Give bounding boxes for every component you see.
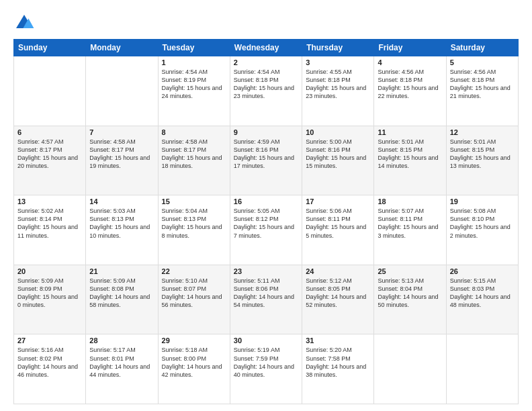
cell-info: Sunrise: 5:09 AM Sunset: 8:08 PM Dayligh… <box>89 277 154 310</box>
calendar-cell: 31Sunrise: 5:20 AM Sunset: 7:58 PM Dayli… <box>302 334 374 404</box>
cell-info: Sunrise: 5:11 AM Sunset: 8:06 PM Dayligh… <box>234 277 298 310</box>
calendar-cell: 8Sunrise: 4:58 AM Sunset: 8:17 PM Daylig… <box>158 126 230 195</box>
cell-info: Sunrise: 5:10 AM Sunset: 8:07 PM Dayligh… <box>162 277 226 310</box>
calendar-cell: 12Sunrise: 5:01 AM Sunset: 8:15 PM Dayli… <box>446 126 518 195</box>
cell-info: Sunrise: 4:56 AM Sunset: 8:18 PM Dayligh… <box>378 68 442 101</box>
calendar-week-row: 20Sunrise: 5:09 AM Sunset: 8:09 PM Dayli… <box>14 265 519 334</box>
calendar-cell: 3Sunrise: 4:55 AM Sunset: 8:18 PM Daylig… <box>302 56 374 126</box>
calendar-week-row: 6Sunrise: 4:57 AM Sunset: 8:17 PM Daylig… <box>14 126 519 195</box>
cell-info: Sunrise: 5:05 AM Sunset: 8:12 PM Dayligh… <box>234 207 298 240</box>
calendar-cell: 10Sunrise: 5:00 AM Sunset: 8:16 PM Dayli… <box>302 126 374 195</box>
calendar-cell: 20Sunrise: 5:09 AM Sunset: 8:09 PM Dayli… <box>14 265 86 334</box>
calendar-cell: 22Sunrise: 5:10 AM Sunset: 8:07 PM Dayli… <box>158 265 230 334</box>
cell-info: Sunrise: 5:04 AM Sunset: 8:13 PM Dayligh… <box>162 207 226 240</box>
day-number: 31 <box>306 336 370 345</box>
day-number: 13 <box>17 197 82 205</box>
day-number: 7 <box>89 128 154 136</box>
weekday-header-thursday: Thursday <box>302 40 374 56</box>
calendar-cell: 1Sunrise: 4:54 AM Sunset: 8:19 PM Daylig… <box>158 56 230 126</box>
day-number: 12 <box>450 128 515 136</box>
day-number: 30 <box>234 336 298 345</box>
calendar-cell: 17Sunrise: 5:06 AM Sunset: 8:11 PM Dayli… <box>302 195 374 265</box>
day-number: 25 <box>378 267 442 275</box>
calendar-cell: 21Sunrise: 5:09 AM Sunset: 8:08 PM Dayli… <box>86 265 158 334</box>
header <box>13 12 519 34</box>
day-number: 5 <box>450 58 515 66</box>
page: SundayMondayTuesdayWednesdayThursdayFrid… <box>0 0 532 411</box>
calendar-week-row: 27Sunrise: 5:16 AM Sunset: 8:02 PM Dayli… <box>14 334 519 404</box>
calendar-week-row: 1Sunrise: 4:54 AM Sunset: 8:19 PM Daylig… <box>14 56 519 126</box>
cell-info: Sunrise: 5:07 AM Sunset: 8:11 PM Dayligh… <box>378 207 442 240</box>
calendar-cell: 15Sunrise: 5:04 AM Sunset: 8:13 PM Dayli… <box>158 195 230 265</box>
calendar-cell: 19Sunrise: 5:08 AM Sunset: 8:10 PM Dayli… <box>446 195 518 265</box>
cell-info: Sunrise: 4:59 AM Sunset: 8:16 PM Dayligh… <box>234 138 298 171</box>
weekday-header-friday: Friday <box>374 40 446 56</box>
calendar-cell <box>446 334 518 404</box>
calendar-cell: 16Sunrise: 5:05 AM Sunset: 8:12 PM Dayli… <box>230 195 302 265</box>
day-number: 14 <box>89 197 154 205</box>
day-number: 18 <box>378 197 442 205</box>
calendar-table: SundayMondayTuesdayWednesdayThursdayFrid… <box>13 39 519 404</box>
calendar-cell: 18Sunrise: 5:07 AM Sunset: 8:11 PM Dayli… <box>374 195 446 265</box>
logo-icon <box>13 12 35 34</box>
calendar-cell: 2Sunrise: 4:54 AM Sunset: 8:18 PM Daylig… <box>230 56 302 126</box>
cell-info: Sunrise: 4:55 AM Sunset: 8:18 PM Dayligh… <box>306 68 370 101</box>
calendar-cell <box>86 56 158 126</box>
day-number: 10 <box>306 128 370 136</box>
cell-info: Sunrise: 5:17 AM Sunset: 8:01 PM Dayligh… <box>89 346 154 379</box>
cell-info: Sunrise: 4:57 AM Sunset: 8:17 PM Dayligh… <box>17 138 82 171</box>
cell-info: Sunrise: 5:20 AM Sunset: 7:58 PM Dayligh… <box>306 346 370 379</box>
calendar-cell: 23Sunrise: 5:11 AM Sunset: 8:06 PM Dayli… <box>230 265 302 334</box>
day-number: 21 <box>89 267 154 275</box>
cell-info: Sunrise: 5:08 AM Sunset: 8:10 PM Dayligh… <box>450 207 515 240</box>
weekday-header-wednesday: Wednesday <box>230 40 302 56</box>
cell-info: Sunrise: 5:13 AM Sunset: 8:04 PM Dayligh… <box>378 277 442 310</box>
cell-info: Sunrise: 4:58 AM Sunset: 8:17 PM Dayligh… <box>89 138 154 171</box>
weekday-header-saturday: Saturday <box>446 40 518 56</box>
calendar-cell: 26Sunrise: 5:15 AM Sunset: 8:03 PM Dayli… <box>446 265 518 334</box>
calendar-cell: 14Sunrise: 5:03 AM Sunset: 8:13 PM Dayli… <box>86 195 158 265</box>
cell-info: Sunrise: 4:54 AM Sunset: 8:19 PM Dayligh… <box>162 68 226 101</box>
day-number: 20 <box>17 267 82 275</box>
cell-info: Sunrise: 5:06 AM Sunset: 8:11 PM Dayligh… <box>306 207 370 240</box>
calendar-cell: 9Sunrise: 4:59 AM Sunset: 8:16 PM Daylig… <box>230 126 302 195</box>
calendar-cell <box>14 56 86 126</box>
day-number: 15 <box>162 197 226 205</box>
calendar-cell: 6Sunrise: 4:57 AM Sunset: 8:17 PM Daylig… <box>14 126 86 195</box>
weekday-header-tuesday: Tuesday <box>158 40 230 56</box>
calendar-cell: 29Sunrise: 5:18 AM Sunset: 8:00 PM Dayli… <box>158 334 230 404</box>
cell-info: Sunrise: 5:03 AM Sunset: 8:13 PM Dayligh… <box>89 207 154 240</box>
cell-info: Sunrise: 4:56 AM Sunset: 8:18 PM Dayligh… <box>450 68 515 101</box>
day-number: 9 <box>234 128 298 136</box>
calendar-cell: 4Sunrise: 4:56 AM Sunset: 8:18 PM Daylig… <box>374 56 446 126</box>
cell-info: Sunrise: 5:01 AM Sunset: 8:15 PM Dayligh… <box>450 138 515 171</box>
day-number: 19 <box>450 197 515 205</box>
calendar-cell: 7Sunrise: 4:58 AM Sunset: 8:17 PM Daylig… <box>86 126 158 195</box>
cell-info: Sunrise: 5:19 AM Sunset: 7:59 PM Dayligh… <box>234 346 298 379</box>
day-number: 1 <box>162 58 226 66</box>
calendar-cell: 13Sunrise: 5:02 AM Sunset: 8:14 PM Dayli… <box>14 195 86 265</box>
day-number: 3 <box>306 58 370 66</box>
weekday-header-monday: Monday <box>86 40 158 56</box>
day-number: 27 <box>17 336 82 345</box>
calendar-cell: 28Sunrise: 5:17 AM Sunset: 8:01 PM Dayli… <box>86 334 158 404</box>
cell-info: Sunrise: 5:18 AM Sunset: 8:00 PM Dayligh… <box>162 346 226 379</box>
day-number: 26 <box>450 267 515 275</box>
calendar-cell: 24Sunrise: 5:12 AM Sunset: 8:05 PM Dayli… <box>302 265 374 334</box>
cell-info: Sunrise: 5:16 AM Sunset: 8:02 PM Dayligh… <box>17 346 82 379</box>
day-number: 4 <box>378 58 442 66</box>
day-number: 17 <box>306 197 370 205</box>
calendar-cell: 5Sunrise: 4:56 AM Sunset: 8:18 PM Daylig… <box>446 56 518 126</box>
day-number: 16 <box>234 197 298 205</box>
logo <box>13 12 38 34</box>
calendar-cell: 30Sunrise: 5:19 AM Sunset: 7:59 PM Dayli… <box>230 334 302 404</box>
cell-info: Sunrise: 4:54 AM Sunset: 8:18 PM Dayligh… <box>234 68 298 101</box>
calendar-cell <box>374 334 446 404</box>
day-number: 28 <box>89 336 154 345</box>
day-number: 23 <box>234 267 298 275</box>
calendar-cell: 25Sunrise: 5:13 AM Sunset: 8:04 PM Dayli… <box>374 265 446 334</box>
calendar-week-row: 13Sunrise: 5:02 AM Sunset: 8:14 PM Dayli… <box>14 195 519 265</box>
day-number: 22 <box>162 267 226 275</box>
cell-info: Sunrise: 4:58 AM Sunset: 8:17 PM Dayligh… <box>162 138 226 171</box>
day-number: 11 <box>378 128 442 136</box>
